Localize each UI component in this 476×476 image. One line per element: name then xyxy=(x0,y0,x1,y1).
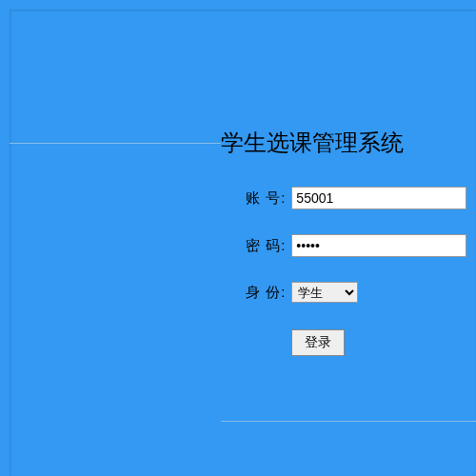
login-form: 账 号: 密 码: 身 份: 学生 登录 xyxy=(246,187,466,356)
password-row: 密 码: xyxy=(246,234,466,257)
login-panel: 学生选课管理系统 账 号: 密 码: 身 份: 学生 登录 xyxy=(10,10,476,476)
title-row: 学生选课管理系统 xyxy=(10,128,476,158)
password-input[interactable] xyxy=(291,234,466,257)
divider-line xyxy=(10,143,221,144)
role-select[interactable]: 学生 xyxy=(291,282,358,303)
password-label: 密 码: xyxy=(246,237,286,255)
button-row: 登录 xyxy=(291,329,466,356)
account-row: 账 号: xyxy=(246,187,466,209)
divider-line-bottom xyxy=(221,421,476,422)
login-button[interactable]: 登录 xyxy=(291,329,345,356)
role-label: 身 份: xyxy=(246,284,286,302)
account-label: 账 号: xyxy=(246,189,286,208)
account-input[interactable] xyxy=(291,187,466,209)
page-title: 学生选课管理系统 xyxy=(221,128,404,158)
role-row: 身 份: 学生 xyxy=(246,282,466,303)
